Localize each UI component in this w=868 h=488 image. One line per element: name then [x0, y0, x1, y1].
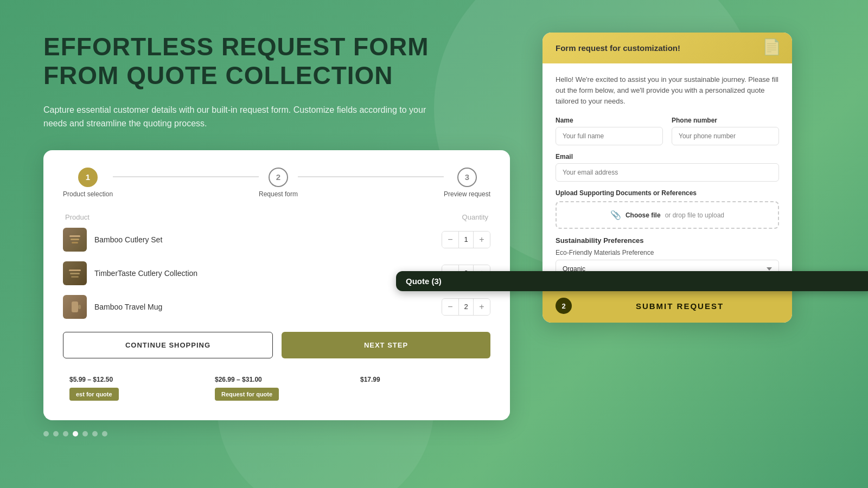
step-1-label: Product selection — [63, 190, 113, 198]
svg-rect-3 — [69, 269, 81, 271]
left-panel: EFFORTLESS REQUEST FORM FROM QUOTE COLLE… — [43, 33, 510, 436]
dot-4[interactable] — [73, 431, 78, 436]
step-1-circle: 1 — [78, 168, 98, 187]
step-3: 3 Preview request — [444, 168, 490, 198]
dot-7[interactable] — [102, 431, 107, 436]
svg-rect-2 — [72, 242, 78, 243]
bottom-price-2: $26.99 – $31.00 — [215, 376, 339, 383]
bottom-products: $5.99 – $12.50 est for quote $26.99 – $3… — [63, 367, 490, 407]
quote-bubble: Quote (3) — [396, 271, 868, 291]
product-name-1: Bamboo Cutlery Set — [94, 235, 442, 244]
choose-file-btn[interactable]: Choose file — [626, 211, 661, 219]
step-2: 2 Request form — [259, 168, 298, 198]
bottom-quote-btn-2[interactable]: Request for quote — [215, 388, 279, 401]
page-title: EFFORTLESS REQUEST FORM FROM QUOTE COLLE… — [43, 33, 510, 90]
form-body: Hello! We're excited to assist you in yo… — [542, 63, 792, 289]
svg-rect-6 — [72, 301, 78, 312]
phone-field: Phone number — [672, 117, 779, 145]
step-line-2 — [298, 176, 444, 177]
svg-rect-5 — [71, 276, 79, 278]
product-row-1: Bamboo Cutlery Set − 1 + — [63, 228, 490, 252]
qty-plus-1[interactable]: + — [474, 232, 490, 248]
name-input[interactable] — [556, 127, 663, 145]
qty-minus-1[interactable]: − — [442, 232, 458, 248]
step-2-circle: 2 — [269, 168, 288, 187]
svg-rect-0 — [69, 235, 80, 237]
qty-value-3: 2 — [458, 299, 474, 315]
submit-request-button[interactable]: SUBMIT REQUEST — [580, 301, 779, 311]
steps-bar: 1 Product selection 2 Request form 3 — [63, 168, 490, 198]
form-header: Form request for customization! 📄 — [542, 33, 792, 63]
dot-2[interactable] — [53, 431, 59, 436]
dot-3[interactable] — [63, 431, 68, 436]
bottom-price-1: $5.99 – $12.50 — [69, 376, 193, 383]
continue-shopping-button[interactable]: CONTINUE SHOPPING — [63, 332, 273, 358]
name-field: Name — [556, 117, 663, 145]
step-line-1 — [113, 176, 259, 177]
product-img-2 — [63, 261, 87, 285]
col-quantity: Quantity — [462, 213, 488, 221]
product-row-3: Bamboo Travel Mug − 2 + — [63, 295, 490, 319]
bottom-quote-btn-1[interactable]: est for quote — [69, 388, 119, 401]
svg-rect-4 — [70, 273, 80, 274]
dot-5[interactable] — [82, 431, 88, 436]
pagination-dots — [43, 431, 510, 436]
svg-rect-7 — [78, 305, 81, 309]
svg-rect-1 — [71, 239, 79, 240]
bottom-price-3: $17.99 — [360, 376, 484, 383]
col-product: Product — [65, 213, 90, 221]
product-img-1 — [63, 228, 87, 252]
name-phone-row: Name Phone number — [556, 117, 779, 145]
product-name-3: Bamboo Travel Mug — [94, 303, 442, 311]
action-buttons: CONTINUE SHOPPING NEXT STEP — [63, 332, 490, 358]
paperclip-icon: 📎 — [610, 210, 621, 220]
drop-text: or drop file to upload — [665, 211, 724, 219]
columns-header: Product Quantity — [63, 213, 490, 221]
phone-label: Phone number — [672, 117, 779, 124]
qty-value-1: 1 — [458, 232, 474, 248]
bottom-product-2: $26.99 – $31.00 Request for quote — [208, 367, 345, 407]
document-icon: 📄 — [762, 38, 781, 56]
bottom-product-1: $5.99 – $12.50 est for quote — [63, 367, 200, 407]
step-1: 1 Product selection — [63, 168, 113, 198]
dot-1[interactable] — [43, 431, 49, 436]
name-label: Name — [556, 117, 663, 124]
next-step-button[interactable]: NEXT STEP — [282, 332, 490, 358]
form-intro: Hello! We're excited to assist you in yo… — [556, 74, 779, 107]
step-3-circle: 3 — [457, 168, 477, 187]
submit-bar: 2 SUBMIT REQUEST — [542, 289, 792, 323]
quantity-ctrl-3[interactable]: − 2 + — [442, 298, 490, 316]
upload-label: Upload Supporting Documents or Reference… — [556, 189, 779, 197]
dot-6[interactable] — [92, 431, 98, 436]
submit-step-badge: 2 — [556, 298, 572, 314]
phone-input[interactable] — [672, 127, 779, 145]
qty-plus-3[interactable]: + — [474, 299, 490, 315]
step-2-label: Request form — [259, 190, 298, 198]
email-input[interactable] — [556, 163, 779, 182]
upload-area[interactable]: 📎 Choose file or drop file to upload — [556, 201, 779, 229]
sustainability-label: Sustainability Preferences — [556, 236, 779, 245]
email-field-wrapper: Email — [556, 153, 779, 182]
email-label: Email — [556, 153, 779, 160]
page-subtitle: Capture essential customer details with … — [43, 103, 445, 131]
form-header-title: Form request for customization! — [556, 43, 680, 53]
eco-label: Eco-Friendly Materials Preference — [556, 249, 779, 256]
product-name-2: TimberTaste Cutlery Collection — [94, 269, 442, 278]
step-3-label: Preview request — [444, 190, 490, 198]
bottom-product-3: $17.99 — [354, 367, 490, 407]
product-img-3 — [63, 295, 87, 319]
quantity-ctrl-1[interactable]: − 1 + — [442, 231, 490, 248]
qty-minus-3[interactable]: − — [442, 299, 458, 315]
